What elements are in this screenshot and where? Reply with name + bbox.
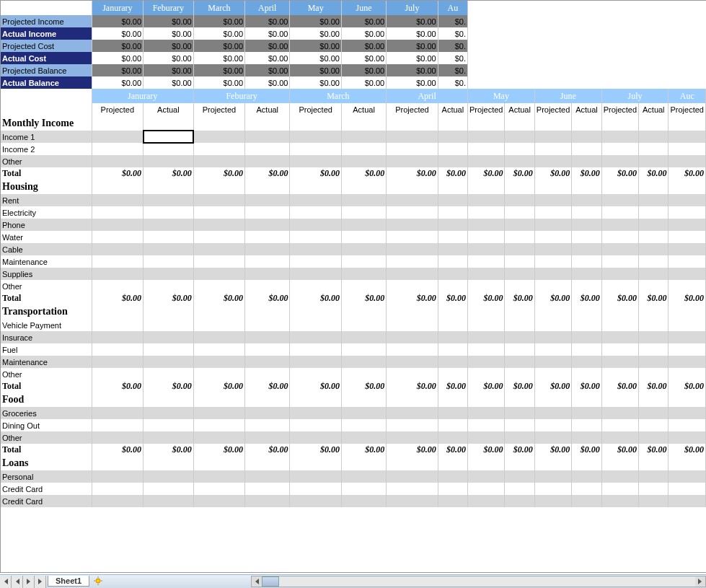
- data-cell[interactable]: [144, 155, 194, 167]
- data-cell[interactable]: [639, 368, 669, 380]
- data-cell[interactable]: [438, 343, 467, 356]
- data-cell[interactable]: [468, 495, 505, 507]
- data-cell[interactable]: [341, 419, 386, 431]
- data-cell[interactable]: [92, 194, 143, 206]
- data-cell[interactable]: [387, 231, 438, 243]
- summary-cell[interactable]: $0.00: [245, 76, 290, 89]
- data-cell[interactable]: [639, 243, 669, 255]
- data-cell[interactable]: [534, 255, 571, 268]
- data-cell[interactable]: [534, 343, 571, 356]
- total-cell[interactable]: $0.00: [438, 444, 467, 456]
- data-cell[interactable]: [468, 483, 505, 495]
- data-cell[interactable]: [193, 407, 244, 419]
- summary-cell[interactable]: $0.00: [92, 15, 143, 27]
- data-cell[interactable]: [534, 356, 571, 368]
- data-cell[interactable]: [387, 368, 438, 380]
- data-cell[interactable]: [341, 231, 386, 243]
- summary-cell[interactable]: $0.00: [341, 52, 386, 64]
- total-cell[interactable]: $0.00: [144, 292, 194, 304]
- total-cell[interactable]: $0.00: [193, 167, 244, 180]
- data-cell[interactable]: [601, 155, 638, 167]
- summary-cell[interactable]: $0.00: [144, 52, 194, 64]
- data-cell[interactable]: [505, 343, 534, 356]
- total-cell[interactable]: $0.00: [92, 380, 143, 392]
- summary-cell[interactable]: $0.00: [290, 15, 341, 27]
- data-cell[interactable]: [601, 368, 638, 380]
- summary-cell[interactable]: $0.00: [341, 27, 386, 40]
- data-cell[interactable]: [290, 368, 341, 380]
- data-cell[interactable]: [245, 243, 290, 255]
- data-cell[interactable]: [193, 268, 244, 280]
- data-cell[interactable]: [601, 231, 638, 243]
- data-cell[interactable]: [245, 143, 290, 155]
- data-cell[interactable]: [505, 495, 534, 507]
- data-cell[interactable]: [601, 343, 638, 356]
- data-cell[interactable]: [144, 206, 194, 219]
- data-cell[interactable]: [341, 280, 386, 292]
- data-cell[interactable]: [245, 319, 290, 331]
- data-cell[interactable]: [245, 407, 290, 419]
- data-cell[interactable]: [245, 194, 290, 206]
- total-cell[interactable]: $0.00: [387, 292, 438, 304]
- data-cell[interactable]: [341, 356, 386, 368]
- data-cell[interactable]: [290, 419, 341, 431]
- data-cell[interactable]: [290, 483, 341, 495]
- data-cell[interactable]: [245, 155, 290, 167]
- data-cell[interactable]: [639, 268, 669, 280]
- data-cell[interactable]: [438, 231, 467, 243]
- data-cell[interactable]: [193, 243, 244, 255]
- data-cell[interactable]: [245, 255, 290, 268]
- data-cell[interactable]: [341, 368, 386, 380]
- tab-nav-next[interactable]: [23, 576, 35, 588]
- data-cell[interactable]: [505, 483, 534, 495]
- data-cell[interactable]: [290, 231, 341, 243]
- data-cell[interactable]: [438, 368, 467, 380]
- data-cell[interactable]: [92, 495, 143, 507]
- data-cell[interactable]: [534, 431, 571, 444]
- data-cell[interactable]: [290, 331, 341, 343]
- data-cell[interactable]: [468, 143, 505, 155]
- data-cell[interactable]: [468, 280, 505, 292]
- data-cell[interactable]: [144, 368, 194, 380]
- total-cell[interactable]: $0.00: [144, 444, 194, 456]
- data-cell[interactable]: [468, 368, 505, 380]
- data-cell[interactable]: [193, 331, 244, 343]
- data-cell[interactable]: [505, 155, 534, 167]
- total-cell[interactable]: $0.00: [534, 444, 571, 456]
- data-cell[interactable]: [341, 143, 386, 155]
- data-cell[interactable]: [387, 419, 438, 431]
- data-cell[interactable]: [341, 219, 386, 231]
- data-cell[interactable]: [290, 131, 341, 143]
- data-cell[interactable]: [92, 155, 143, 167]
- data-cell[interactable]: [534, 470, 571, 483]
- data-cell[interactable]: [505, 243, 534, 255]
- data-cell[interactable]: [505, 206, 534, 219]
- data-cell[interactable]: [505, 407, 534, 419]
- total-cell[interactable]: $0.00: [290, 292, 341, 304]
- data-cell[interactable]: [193, 206, 244, 219]
- data-cell[interactable]: [534, 368, 571, 380]
- data-cell[interactable]: [438, 219, 467, 231]
- data-cell[interactable]: [601, 431, 638, 444]
- data-cell[interactable]: [534, 131, 571, 143]
- data-cell[interactable]: [290, 431, 341, 444]
- total-cell[interactable]: $0.00: [92, 444, 143, 456]
- data-cell[interactable]: [193, 155, 244, 167]
- data-cell[interactable]: [534, 143, 571, 155]
- total-cell[interactable]: $0.00: [534, 380, 571, 392]
- data-cell[interactable]: [601, 419, 638, 431]
- data-cell[interactable]: [193, 356, 244, 368]
- data-cell[interactable]: [144, 343, 194, 356]
- summary-cell[interactable]: $0.00: [387, 40, 438, 52]
- data-cell[interactable]: [438, 319, 467, 331]
- data-cell[interactable]: [387, 131, 438, 143]
- data-cell[interactable]: [572, 206, 601, 219]
- summary-cell[interactable]: $0.00: [92, 27, 143, 40]
- data-cell[interactable]: [193, 368, 244, 380]
- data-cell[interactable]: [639, 331, 669, 343]
- summary-cell[interactable]: $0.00: [144, 27, 194, 40]
- total-cell[interactable]: $0.00: [639, 444, 669, 456]
- data-cell[interactable]: [639, 255, 669, 268]
- data-cell[interactable]: [341, 319, 386, 331]
- data-cell[interactable]: [639, 419, 669, 431]
